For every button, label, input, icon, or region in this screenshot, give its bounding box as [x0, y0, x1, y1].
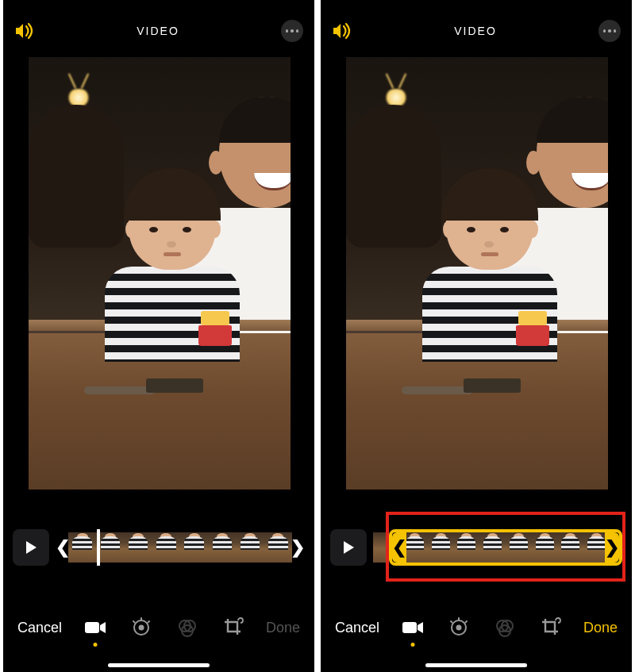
svg-rect-9 [402, 622, 417, 633]
top-bar: VIDEO [3, 14, 314, 48]
svg-rect-0 [85, 622, 99, 633]
done-button[interactable]: Done [266, 620, 300, 636]
more-icon[interactable] [281, 20, 303, 42]
trim-handle-left[interactable]: ❮ [56, 529, 70, 566]
excluded-frame-thumb [373, 532, 387, 563]
svg-line-14 [451, 621, 452, 623]
tool-crop-icon[interactable] [221, 616, 245, 639]
playhead[interactable] [97, 529, 100, 566]
home-indicator[interactable] [425, 663, 527, 667]
phone-screen-left: VIDEO [3, 0, 314, 672]
trim-handle-right[interactable]: ❯ [291, 529, 305, 566]
tool-adjust-icon[interactable] [447, 616, 471, 639]
bottom-bar: Cancel Done [3, 604, 314, 651]
cancel-button[interactable]: Cancel [17, 620, 62, 636]
video-preview[interactable] [346, 57, 608, 490]
mode-title: VIDEO [454, 25, 497, 37]
tool-icons [401, 616, 563, 639]
video-preview[interactable] [29, 57, 291, 490]
tool-filters-icon[interactable] [493, 616, 517, 639]
phone-screen-right: VIDEO [321, 0, 632, 672]
tool-icons [83, 616, 245, 639]
svg-line-13 [465, 621, 467, 623]
tool-video-icon[interactable] [401, 616, 425, 639]
tool-adjust-icon[interactable] [129, 616, 153, 639]
volume-icon[interactable] [332, 21, 352, 41]
timeline-scrubber[interactable]: ❮ ❯ [389, 529, 622, 566]
timeline-row: ❮ ❯ [3, 524, 314, 571]
tool-filters-icon[interactable] [175, 616, 199, 639]
more-icon[interactable] [598, 20, 621, 42]
mode-title: VIDEO [137, 25, 179, 37]
svg-point-2 [138, 625, 144, 631]
top-bar: VIDEO [321, 14, 632, 48]
volume-icon[interactable] [14, 21, 35, 41]
bottom-bar: Cancel Done [321, 604, 632, 651]
svg-line-4 [148, 621, 149, 623]
home-indicator[interactable] [108, 663, 210, 667]
tool-video-icon[interactable] [83, 616, 107, 639]
play-button[interactable] [330, 529, 367, 566]
play-button[interactable] [13, 529, 49, 566]
done-button[interactable]: Done [583, 620, 618, 636]
svg-point-11 [456, 625, 461, 631]
timeline-row: ❮ ❯ [321, 524, 632, 571]
tool-crop-icon[interactable] [539, 616, 563, 639]
svg-line-5 [133, 621, 135, 623]
timeline-scrubber[interactable]: ❮ ❯ [56, 529, 305, 566]
cancel-button[interactable]: Cancel [335, 620, 379, 636]
